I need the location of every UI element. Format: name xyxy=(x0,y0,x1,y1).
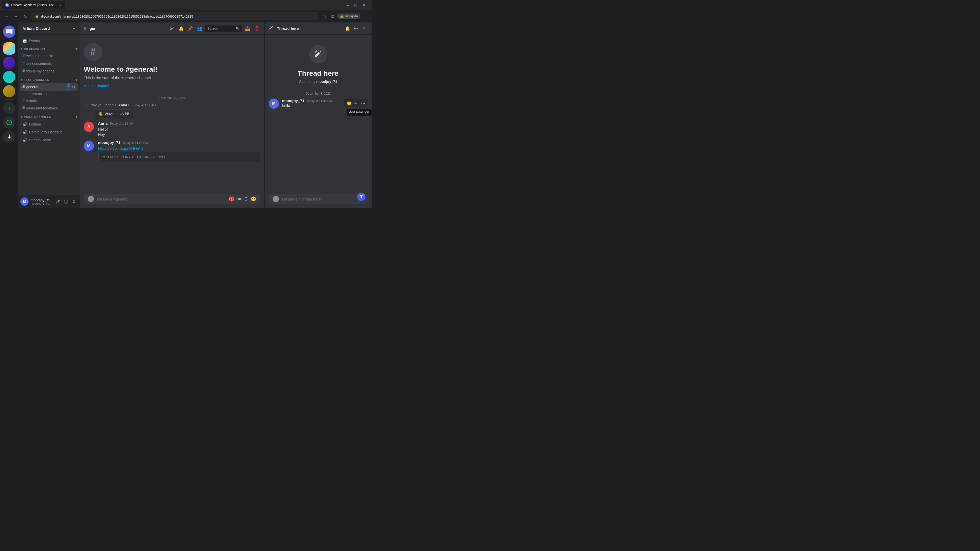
search-icon: 🔍 xyxy=(235,27,240,30)
members-button[interactable]: 👥 xyxy=(196,25,203,32)
thread-close-button[interactable]: ✕ xyxy=(360,25,368,32)
server-header[interactable]: Artists Discord ▼ xyxy=(18,22,80,35)
events-icon: 📅 xyxy=(22,39,27,43)
gift-button[interactable]: 🎁 xyxy=(229,196,234,202)
anna-timestamp: Today at 1:13 AM xyxy=(110,122,134,125)
download-button[interactable]: ⬇ xyxy=(3,130,15,143)
explore-servers-button[interactable] xyxy=(3,116,15,129)
channel-events[interactable]: # events xyxy=(21,97,78,104)
screenshot-button[interactable]: ⊡ xyxy=(329,13,336,20)
active-tab[interactable]: D Discord | #general | Artists Disc... ✕ xyxy=(2,1,65,9)
moodjoy-message-header: moodjoy_71 Today at 11:28 PM xyxy=(98,140,260,144)
discord-app: + ⬇ Artists Discord ▼ 📅 Events ▼ INFORMA… xyxy=(0,22,372,208)
incognito-button[interactable]: 🕵 Incognito xyxy=(337,14,360,19)
channel-sidebar: Artists Discord ▼ 📅 Events ▼ INFORMATION… xyxy=(18,22,80,208)
help-button[interactable]: ❓ xyxy=(253,25,260,32)
thread-here-item[interactable]: └ Thread here xyxy=(21,91,78,97)
add-server-button[interactable]: + xyxy=(3,102,15,114)
voice-lounge[interactable]: 🔊 Lounge xyxy=(21,120,78,128)
edit-message-button[interactable]: ✏ xyxy=(353,100,359,106)
thread-message-1: M moodjoy_71 Today at 11:35 PM hello 🙂 ✏… xyxy=(265,97,372,110)
thread-bell-button[interactable]: 🔔 xyxy=(344,25,351,32)
more-message-options-button[interactable]: ••• xyxy=(360,100,366,106)
add-reaction-button[interactable]: 🙂 xyxy=(346,100,352,106)
mic-button[interactable]: 🎤 xyxy=(54,198,61,205)
voice-community-hangout[interactable]: 🔊 Community Hangout xyxy=(21,128,78,136)
information-category[interactable]: ▼ INFORMATION + xyxy=(18,45,80,52)
wave-button[interactable]: 👋 Wave to say hi! xyxy=(95,110,132,118)
inbox-button[interactable]: 📥 xyxy=(244,25,251,32)
channel-announcements[interactable]: # announcements xyxy=(21,60,78,67)
voice-channels-label: VOICE CHANNELS xyxy=(24,115,51,118)
server-icon-4[interactable] xyxy=(3,85,15,97)
date-text: December 8, 2023 xyxy=(159,96,185,100)
channel-this-is-my-channel[interactable]: # this-is-my-channel xyxy=(21,67,78,75)
thread-name: Thread here xyxy=(32,92,49,96)
emoji-button[interactable]: 😊 xyxy=(251,196,256,202)
voice-stream-room[interactable]: 🔊 Stream Room xyxy=(21,136,78,144)
input-actions: 🎁 GIF 🗒 😊 xyxy=(229,196,256,202)
sticker-button[interactable]: 🗒 xyxy=(244,197,248,202)
tab-close-button[interactable]: ✕ xyxy=(58,3,62,7)
add-attachment-button[interactable]: + xyxy=(88,196,94,202)
maximize-button[interactable]: ⊡ xyxy=(352,2,360,9)
message-input[interactable] xyxy=(97,197,226,201)
thread-date-divider: December 8, 2023 xyxy=(265,90,372,97)
back-button[interactable]: ← xyxy=(3,13,10,20)
category-chevron-icon: ▼ xyxy=(21,48,23,50)
tab-favicon: D xyxy=(5,3,9,7)
edit-channel-button[interactable]: ✏ Edit Channel xyxy=(84,84,260,88)
moodjoy-message-content: moodjoy_71 Today at 11:28 PM https://dis… xyxy=(98,140,260,162)
moodjoy-message-group: M moodjoy_71 Today at 11:28 PM https://d… xyxy=(80,139,264,163)
close-window-button[interactable]: ✕ xyxy=(360,2,368,9)
browser-chrome: D Discord | #general | Artists Disc... ✕… xyxy=(0,0,372,22)
search-bar[interactable]: Search 🔍 xyxy=(205,25,242,32)
chat-header: # gen 🔔 📌 👥 Search 🔍 📥 ❓ xyxy=(80,22,264,35)
refresh-button[interactable]: ↻ xyxy=(21,13,29,20)
thread-more-button[interactable]: ••• xyxy=(352,25,360,32)
add-channel-button[interactable]: + xyxy=(75,46,78,51)
add-voice-channel-button[interactable]: + xyxy=(75,114,78,119)
channel-intro-title: Welcome to #general! xyxy=(84,65,260,73)
server-icon-1[interactable] xyxy=(3,42,15,55)
new-tab-button[interactable]: + xyxy=(66,2,73,9)
gif-button[interactable]: GIF xyxy=(236,197,242,201)
channel-ideas-and-feedback[interactable]: # ideas-and-feedback xyxy=(21,104,78,112)
channel-hash-icon: # xyxy=(84,25,86,32)
channel-name-text: general xyxy=(26,85,38,89)
headphones-button[interactable]: 🎧 xyxy=(62,198,69,205)
thread-add-attachment-button[interactable]: + xyxy=(273,196,279,202)
threads-button[interactable] xyxy=(169,25,176,32)
pin-button[interactable]: 📌 xyxy=(187,25,194,32)
voice-channels-category[interactable]: ▼ VOICE CHANNELS + xyxy=(18,113,80,120)
more-options-button[interactable]: ⋮ xyxy=(361,13,369,20)
channel-name-text: ideas-and-feedback xyxy=(26,106,58,110)
star-button[interactable]: ☆ xyxy=(321,13,328,20)
text-channels-category[interactable]: ▼ TEXT CHANNELS + xyxy=(18,76,80,83)
hash-big-icon: # xyxy=(90,47,95,57)
notification-bell-button[interactable]: 🔔 xyxy=(178,25,185,32)
channel-general[interactable]: # general 👤+ ⚙ xyxy=(21,83,78,91)
forward-button[interactable]: → xyxy=(12,13,19,20)
channel-welcome-and-rules[interactable]: # welcome-and-rules xyxy=(21,52,78,60)
discord-home-button[interactable] xyxy=(3,25,15,38)
url-bar[interactable]: 🔒 discord.com/channels/11823620100679352… xyxy=(30,12,319,21)
minimize-button[interactable]: – xyxy=(344,2,351,9)
user-settings-button[interactable]: ⚙ xyxy=(70,198,78,205)
invite-link[interactable]: https://discord.gg/fffHHeY2 xyxy=(98,146,144,151)
add-member-icon[interactable]: 👤+ xyxy=(66,85,70,89)
user-info: moodjoy_71 moodjoy71_0... xyxy=(30,198,52,205)
server-icon-3[interactable] xyxy=(3,71,15,83)
channel-settings-icon[interactable]: ⚙ xyxy=(72,85,76,89)
moodjoy-timestamp: Today at 11:28 PM xyxy=(123,141,148,144)
events-item[interactable]: 📅 Events xyxy=(19,37,79,45)
thread-panel: Thread here 🔔 ••• ✕ Thread here Started … xyxy=(264,22,372,208)
date-divider: December 8, 2023 xyxy=(80,94,264,102)
add-text-channel-button[interactable]: + xyxy=(75,78,78,82)
category-left: ▼ VOICE CHANNELS xyxy=(21,115,51,118)
thread-message-input[interactable] xyxy=(282,197,360,201)
main-chat: # gen 🔔 📌 👥 Search 🔍 📥 ❓ # xyxy=(80,22,264,208)
server-icon-2[interactable] xyxy=(3,57,15,69)
channel-name-text: events xyxy=(26,98,37,103)
speaker-icon: 🔊 xyxy=(22,130,27,135)
